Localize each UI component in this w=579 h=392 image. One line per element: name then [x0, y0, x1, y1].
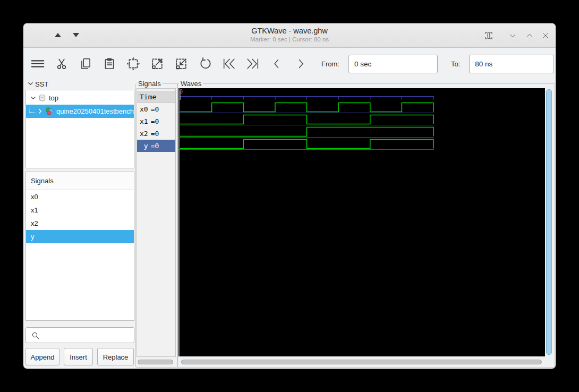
tree-item-label: quine20250401testbench [56, 107, 134, 115]
chevron-right-icon[interactable] [37, 108, 43, 114]
tree-item-label: top [49, 94, 58, 102]
wave-name-row-y[interactable]: y=0 [137, 140, 175, 152]
titlebar[interactable]: GTKWave - wave.ghw Marker: 0 sec | Curso… [23, 23, 556, 48]
chevron-down-icon [28, 80, 33, 88]
cut-icon[interactable] [54, 56, 69, 71]
close-icon[interactable] [540, 30, 551, 41]
tree-item-testbench[interactable]: quine20250401testbench [26, 105, 134, 118]
cylinder-icon [38, 94, 46, 103]
waves-vscrollbar[interactable] [546, 89, 552, 355]
go-end-icon[interactable] [245, 56, 260, 71]
module-icon [45, 107, 54, 116]
zoom-out-icon[interactable] [150, 56, 165, 71]
sst-tree: top quine20250401testbench [25, 90, 134, 168]
window-title: GTKWave - wave.ghw [23, 26, 556, 36]
toolbar: From: To: [23, 48, 556, 80]
chevron-down-icon[interactable] [30, 95, 36, 101]
signal-item-x0[interactable]: x0 [26, 190, 134, 203]
gtkwave-window: GTKWave - wave.ghw Marker: 0 sec | Curso… [23, 23, 556, 369]
wave-name-row-x1[interactable]: x1=0 [137, 115, 175, 127]
insert-button[interactable]: Insert [64, 348, 93, 365]
to-input[interactable] [469, 55, 554, 73]
copy-icon[interactable] [78, 56, 93, 71]
next-edge-icon[interactable] [293, 56, 308, 71]
signal-list: Signals x0 x1 x2 y [25, 172, 134, 321]
time-header[interactable]: Time [137, 91, 175, 103]
keep-above-icon[interactable] [483, 30, 494, 41]
search-icon [31, 331, 40, 340]
undo-icon[interactable] [198, 56, 212, 71]
from-input[interactable] [348, 55, 438, 73]
signal-item-x1[interactable]: x1 [26, 203, 134, 217]
paste-icon[interactable] [102, 56, 117, 71]
zoom-in-icon[interactable] [174, 56, 189, 71]
marker-cursor-status: Marker: 0 sec | Cursor: 80 ns [23, 36, 556, 44]
waves-hscrollbar[interactable] [181, 360, 542, 364]
tree-item-top[interactable]: top [26, 91, 134, 105]
tree-guide [29, 106, 36, 113]
signal-search [25, 327, 134, 343]
wave-name-row-x0[interactable]: x0=0 [137, 103, 175, 115]
signal-item-y[interactable]: y [26, 230, 134, 243]
append-button[interactable]: Append [25, 348, 59, 365]
prev-edge-icon[interactable] [269, 56, 284, 71]
sst-label: SST [35, 80, 48, 88]
to-label: To: [451, 60, 460, 68]
signals-frame-label: Signals [137, 80, 163, 88]
waveform-svg [178, 88, 545, 356]
signal-list-header: Signals [26, 172, 134, 190]
search-input[interactable] [42, 328, 133, 343]
maximize-icon[interactable] [524, 30, 535, 41]
go-start-icon[interactable] [222, 56, 236, 71]
name-column-hscrollbar[interactable] [138, 360, 173, 364]
timeline-origin-label: 0 [180, 89, 183, 95]
replace-button[interactable]: Replace [97, 348, 134, 365]
wave-name-column: Time x0=0 x1=0 x2=0 y=0 [137, 88, 176, 357]
from-label: From: [321, 60, 339, 68]
wave-name-row-x2[interactable]: x2=0 [137, 127, 175, 140]
waves-frame-label: Waves [179, 80, 203, 88]
signal-item-x2[interactable]: x2 [26, 217, 134, 230]
waveform-canvas[interactable] [178, 88, 545, 356]
zoom-fit-icon[interactable] [126, 56, 141, 71]
sst-expander[interactable]: SST [28, 80, 48, 88]
minimize-icon[interactable] [507, 30, 518, 41]
menu-icon[interactable] [30, 56, 45, 71]
